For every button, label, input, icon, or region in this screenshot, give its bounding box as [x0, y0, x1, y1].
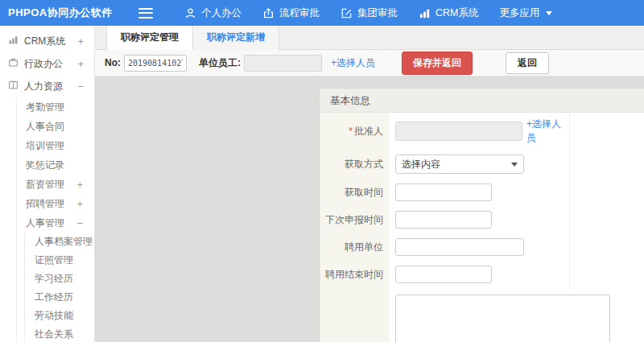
tab-bar: 职称评定管理 职称评定新增 [95, 26, 644, 50]
form-row-acquire-time: 获取时间 [320, 179, 644, 206]
field-label: 获取方式 [320, 150, 390, 179]
bar-chart-icon [8, 35, 19, 47]
sidebar-item-work-history[interactable]: 工作经历 [25, 288, 94, 307]
toolbar: No: 单位员工: +选择人员 保存并返回 返回 [95, 50, 644, 76]
field-label: 获取时间 [320, 179, 390, 206]
tab-title-evaluation-manage[interactable]: 职称评定管理 [106, 26, 193, 50]
employee-label: 单位员工: [199, 56, 241, 70]
form-row-next-apply-time: 下次申报时间 [320, 206, 644, 233]
sidebar-item-certificates[interactable]: 证照管理 [25, 251, 94, 270]
select-value: 选择内容 [402, 158, 440, 171]
sidebar-item-admin-office[interactable]: 行政办公 + [0, 52, 94, 75]
sidebar-item-crm[interactable]: CRM系统 + [0, 30, 94, 52]
collapse-icon[interactable]: − [76, 217, 83, 229]
sidebar-item-label: 证照管理 [35, 253, 73, 267]
required-asterisk: * [349, 126, 353, 137]
topmenu-label: 更多应用 [499, 6, 539, 20]
field-cell [390, 288, 644, 342]
sidebar-item-training[interactable]: 培训管理 [17, 136, 94, 155]
form-body: * 批准人 +选择人员 获取方式 选择内容 [320, 113, 644, 342]
sidebar-item-social-relations[interactable]: 社会关系 [25, 325, 94, 342]
caret-down-icon [511, 163, 518, 167]
select-person-link[interactable]: +选择人员 [331, 56, 375, 70]
caret-down-icon [546, 11, 552, 15]
acquire-method-select[interactable]: 选择内容 [395, 155, 524, 174]
sidebar-item-label: CRM系统 [24, 35, 77, 48]
topmenu-label: CRM系统 [436, 6, 478, 20]
section-title: 基本信息 [320, 89, 644, 113]
topmenu-item-workflow-approval[interactable]: 流程审批 [252, 0, 330, 26]
topmenu-label: 个人办公 [201, 6, 242, 20]
sidebar-item-skills[interactable]: 劳动技能 [25, 307, 94, 325]
approver-input[interactable] [395, 122, 522, 141]
app-logo: PHPOA协同办公软件 [0, 6, 127, 20]
employ-end-time-input[interactable] [395, 266, 492, 283]
sidebar-item-label: 人力资源 [24, 80, 77, 93]
expand-icon[interactable]: + [77, 35, 84, 47]
field-cell: +选择人员 [390, 113, 570, 150]
field-label: 聘用结束时间 [320, 261, 390, 288]
sidebar-item-hr[interactable]: 人力资源 − [0, 75, 94, 97]
sidebar-item-hr-contract[interactable]: 人事合同 [17, 117, 94, 136]
field-label-text: 获取方式 [345, 158, 383, 171]
topmenu-item-more-apps[interactable]: 更多应用 [489, 0, 563, 26]
bar-chart-icon [419, 7, 431, 19]
sidebar-item-label: 行政办公 [24, 57, 77, 71]
top-menu: 个人办公 流程审批 集团审批 CRM系统 更多应用 [174, 0, 563, 26]
evaluation-detail-textarea[interactable] [395, 295, 610, 342]
back-button[interactable]: 返回 [506, 52, 549, 74]
select-person-link[interactable]: +选择人员 [526, 117, 569, 145]
field-label-text: 聘用单位 [345, 241, 383, 254]
user-icon [184, 7, 196, 19]
topmenu-label: 集团审批 [357, 6, 398, 20]
form-row-evaluation-detail: 评定详情 [320, 288, 644, 342]
field-label-text: 聘用结束时间 [325, 268, 383, 282]
sidebar-item-label: 人事合同 [26, 120, 83, 134]
sidebar-item-salary[interactable]: 薪资管理+ [17, 175, 94, 194]
sidebar-item-recruit[interactable]: 招聘管理+ [17, 194, 94, 213]
form-row-acquire-method: 获取方式 选择内容 [320, 150, 644, 179]
menu-toggle-icon[interactable] [138, 8, 153, 19]
field-label: 聘用单位 [320, 233, 390, 261]
content-canvas: 基本信息 * 批准人 +选择人员 获取方式 选 [95, 76, 644, 342]
form-row-approver: * 批准人 +选择人员 [320, 113, 644, 150]
expand-icon[interactable]: + [76, 198, 83, 210]
expand-icon[interactable]: + [77, 58, 84, 70]
employer-input[interactable] [395, 238, 524, 256]
tab-title-evaluation-new[interactable]: 职称评定新增 [193, 26, 279, 50]
next-apply-time-input[interactable] [395, 211, 492, 229]
sidebar-item-label: 薪资管理 [26, 178, 76, 192]
sidebar-item-label: 人事档案管理 [35, 235, 93, 249]
sidebar-personnel-submenu: 人事档案管理 证照管理 学习经历 工作经历 劳动技能 社会关系 [24, 233, 94, 342]
sidebar-item-label: 劳动技能 [35, 309, 73, 323]
collapse-icon[interactable]: − [77, 80, 84, 93]
field-label: 下次申报时间 [320, 206, 390, 233]
topmenu-item-group-approval[interactable]: 集团审批 [330, 0, 408, 26]
form-row-employer: 聘用单位 [320, 233, 644, 261]
employee-input[interactable] [244, 55, 322, 72]
sidebar-item-personnel[interactable]: 人事管理− [17, 213, 94, 233]
topmenu-item-crm[interactable]: CRM系统 [408, 0, 489, 26]
sidebar-item-label: 培训管理 [26, 139, 83, 153]
sidebar-item-education[interactable]: 学习经历 [25, 270, 94, 288]
sidebar-item-rewards[interactable]: 奖惩记录 [17, 155, 94, 175]
sidebar-item-label: 考勤管理 [26, 101, 83, 114]
sidebar-item-label: 招聘管理 [26, 197, 76, 211]
sidebar-item-label: 工作经历 [35, 290, 73, 304]
sidebar-item-attendance[interactable]: 考勤管理 [17, 97, 94, 117]
sidebar-item-personnel-files[interactable]: 人事档案管理 [25, 233, 94, 251]
expand-icon[interactable]: + [76, 179, 83, 191]
basic-info-panel: 基本信息 * 批准人 +选择人员 获取方式 选 [320, 89, 644, 342]
topbar: PHPOA协同办公软件 个人办公 流程审批 集团审批 CRM系统 更多应用 [0, 0, 644, 26]
sidebar: CRM系统 + 行政办公 + 人力资源 − 考勤管理 人事合同 培训管理 奖惩记… [0, 26, 95, 342]
save-and-return-button[interactable]: 保存并返回 [402, 52, 473, 75]
sidebar-item-label: 社会关系 [35, 328, 73, 341]
field-label-text: 批准人 [354, 125, 383, 138]
edit-approve-icon [341, 7, 353, 19]
no-label: No: [105, 57, 121, 68]
briefcase-icon [8, 57, 19, 70]
no-input[interactable] [124, 55, 187, 72]
acquire-time-input[interactable] [395, 183, 492, 201]
topmenu-item-personal-office[interactable]: 个人办公 [174, 0, 252, 26]
field-cell [390, 233, 570, 261]
